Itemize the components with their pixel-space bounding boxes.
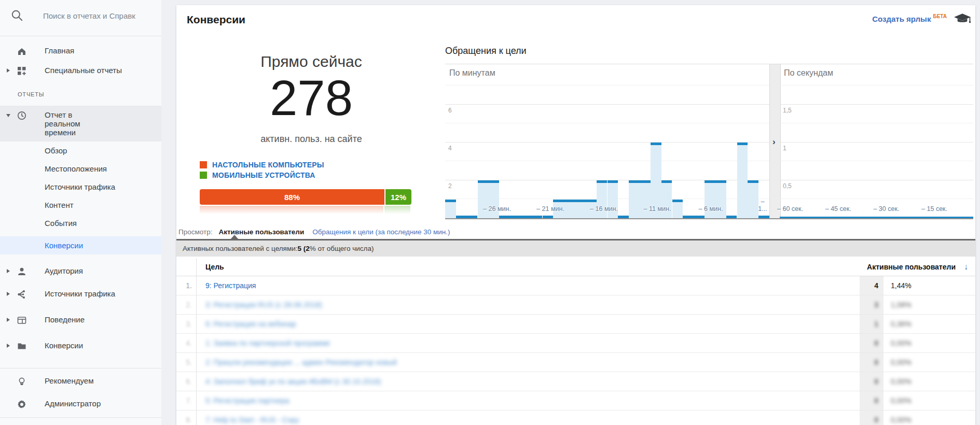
x-axis-label: – 16 мин. xyxy=(590,205,618,212)
minute-bar xyxy=(456,64,467,218)
table-row: 6.4: Заполнил бриф ук по акции #БхВМ (с … xyxy=(176,372,975,391)
view-prefix: Просмотр: xyxy=(178,228,212,236)
sidebar-nav: Главная Специальные отчеты ОТЧЕТЫ Отчет … xyxy=(0,36,161,368)
collapse-caret-icon[interactable] xyxy=(6,114,10,117)
goal-table-rows: 1.9: Регистрация41,44%2.3: Регистрация R… xyxy=(176,276,975,425)
sidebar-item-traffic-sources[interactable]: Источники трафика xyxy=(0,178,117,196)
sidebar-item-home[interactable]: Главная xyxy=(0,41,161,61)
sidebar-item-conversions[interactable]: Конверсии xyxy=(0,336,161,356)
users-cell: 0 xyxy=(860,334,884,352)
users-value: 4 xyxy=(874,281,878,290)
expand-caret-icon[interactable] xyxy=(7,68,10,73)
users-column-header[interactable]: Активные пользователи xyxy=(867,263,956,271)
table-row: 8.7: Help to Start - RUS - Copy00,00% xyxy=(176,410,975,425)
sidebar-item-custom-reports[interactable]: Специальные отчеты xyxy=(0,61,161,81)
sidebar-item-events[interactable]: События xyxy=(0,214,161,232)
minute-bar xyxy=(478,64,489,218)
sidebar-section-reports: ОТЧЕТЫ xyxy=(18,89,161,100)
goal-link[interactable]: 2: Пришли рекомендации ... админ Рекомен… xyxy=(205,358,397,366)
chart-expand-strip[interactable]: › xyxy=(769,64,781,218)
goal-link[interactable]: 3: Регистрация RUS (с 28.06.2018) xyxy=(205,301,322,309)
minute-bar xyxy=(726,64,737,218)
sidebar-item-audience[interactable]: Аудитория xyxy=(0,262,161,281)
clock-icon xyxy=(17,110,31,121)
row-number: 3. xyxy=(176,320,192,328)
sidebar-item-behavior[interactable]: Поведение xyxy=(0,310,161,330)
desktop-color-swatch xyxy=(200,161,207,168)
minute-bar xyxy=(618,64,629,218)
graduation-cap-icon[interactable] xyxy=(954,13,971,27)
minute-bar xyxy=(683,64,694,218)
row-number: 7. xyxy=(176,396,192,405)
x-axis-label: – 11 мин. xyxy=(644,205,671,212)
users-cell: 0 xyxy=(860,353,884,372)
right-now-title: Прямо сейчас xyxy=(176,53,446,70)
minute-bar xyxy=(499,64,510,218)
users-cell: 3 xyxy=(860,295,884,314)
minute-bar xyxy=(661,64,672,218)
users-cell: 1 xyxy=(860,315,884,333)
expand-caret-icon[interactable] xyxy=(7,318,10,322)
divider xyxy=(0,417,161,418)
sidebar-item-acquisition[interactable]: Источники трафика xyxy=(0,285,161,304)
expand-caret-icon[interactable] xyxy=(7,269,10,273)
goal-link[interactable]: 7: Help to Start - RUS - Copy xyxy=(205,416,299,424)
minute-bar xyxy=(532,64,543,218)
lightbulb-icon xyxy=(17,376,31,387)
expand-caret-icon[interactable] xyxy=(7,292,10,296)
minute-bar xyxy=(737,64,748,218)
person-icon xyxy=(17,266,31,277)
gridline xyxy=(780,85,973,86)
percent-value: 0,00% xyxy=(891,358,912,366)
goal-link[interactable]: 6: Регистрация на вебинар xyxy=(205,320,296,328)
chart-title: Обращения к цели xyxy=(445,46,527,56)
home-icon xyxy=(17,46,31,56)
percent-value: 0,00% xyxy=(891,339,912,347)
sidebar-item-locations[interactable]: Местоположения xyxy=(0,160,161,178)
behavior-icon xyxy=(17,315,31,325)
x-axis-label: – 21 мин. xyxy=(536,205,564,212)
zero-baseline xyxy=(780,217,973,218)
search-input[interactable]: Поиск в отчетах и Справк xyxy=(0,0,161,31)
legend-item-desktop: НАСТОЛЬНЫЕ КОМПЬЮТЕРЫ xyxy=(200,161,324,169)
sidebar-item-admin[interactable]: Администратор xyxy=(0,394,161,414)
minute-bar xyxy=(758,64,769,218)
users-value: 0 xyxy=(874,377,878,386)
percent-value: 0,36% xyxy=(891,320,912,328)
create-shortcut-link[interactable]: Создать ярлык xyxy=(872,15,931,23)
device-bar-reflection xyxy=(200,206,411,214)
minute-bar xyxy=(467,64,478,218)
minute-bar xyxy=(640,64,651,218)
acquisition-icon xyxy=(17,289,31,300)
percent-value: 0,00% xyxy=(891,416,912,424)
goal-link[interactable]: 5: Регистрация партнера xyxy=(205,396,289,405)
main-card: Конверсии Создать ярлык БЕТА Прямо сейча… xyxy=(176,5,975,425)
goal-link[interactable]: 9: Регистрация xyxy=(205,281,256,290)
expand-caret-icon[interactable] xyxy=(7,344,10,348)
users-cell: 0 xyxy=(860,410,884,425)
sidebar-item-content[interactable]: Контент xyxy=(0,196,161,214)
sidebar-item-recommend[interactable]: Рекомендуем xyxy=(0,372,161,391)
truncated-label-dash: – xyxy=(761,198,765,205)
tab-goal-hits[interactable]: Обращения к цели (за последние 30 мин.) xyxy=(312,228,450,236)
sidebar-item-overview[interactable]: Обзор xyxy=(0,141,161,160)
goal-link[interactable]: 1: Заявка по партнерской программе xyxy=(205,339,330,347)
sidebar-item-realtime[interactable]: Отчет в реальном времени xyxy=(0,106,161,141)
goal-column-header[interactable]: Цель xyxy=(205,263,224,271)
minute-bar xyxy=(715,64,726,218)
goal-link[interactable]: 4: Заполнил бриф ук по акции #БхВМ (с 30… xyxy=(205,377,381,386)
folder-icon xyxy=(17,341,31,351)
sort-desc-icon[interactable]: ↓ xyxy=(964,262,968,272)
sidebar-item-conversions-realtime[interactable]: Конверсии xyxy=(0,236,161,254)
seconds-plot: 0,511,5– 60 сек.– 45 сек.– 30 сек.– 15 с… xyxy=(780,64,973,218)
y-axis-label: 0,5 xyxy=(783,182,792,190)
minute-bar xyxy=(748,64,758,218)
row-number: 8. xyxy=(176,416,192,424)
gear-icon xyxy=(17,399,31,409)
users-cell: 0 xyxy=(860,372,884,391)
percent-value: 0,00% xyxy=(891,396,912,405)
minute-bar xyxy=(553,64,564,218)
row-number: 1. xyxy=(176,281,192,290)
users-cell: 0 xyxy=(860,391,884,410)
percent-value: 0,00% xyxy=(891,377,912,386)
